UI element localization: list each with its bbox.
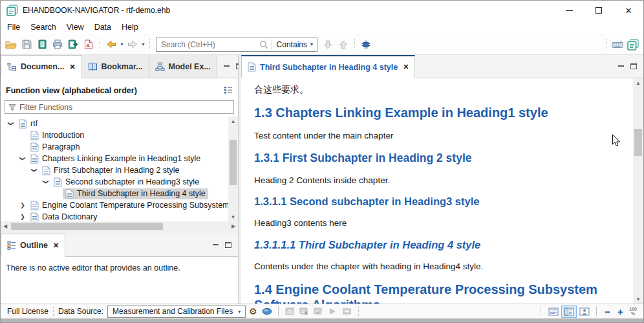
window-close-button[interactable]: ✕	[614, 1, 643, 20]
data-source-connect-button[interactable]	[260, 306, 274, 318]
data-source-gem-icon	[262, 307, 272, 315]
tree-item[interactable]: ❯ rtf	[1, 118, 228, 129]
zoom-in-button[interactable]: +	[614, 306, 627, 317]
tab-model-ex-[interactable]: Model Ex...	[149, 55, 217, 78]
filter-functions-input[interactable]	[19, 103, 230, 112]
tree-item[interactable]: ❯ Engine Coolant Temperature Processing …	[1, 199, 228, 211]
tab-editor-document[interactable]: Third Subchapter in Heading 4 style ✕	[241, 55, 415, 78]
chevron-collapsed-icon[interactable]: ❯	[17, 202, 28, 208]
outline-message: There is no active editor that provides …	[1, 257, 238, 279]
navigate-forward-button[interactable]	[125, 37, 140, 52]
view-menu-icon[interactable]	[224, 85, 233, 96]
maximize-icon	[596, 7, 602, 14]
search-mode-dropdown[interactable]: Contains ▾	[275, 40, 314, 49]
export-pdf-button[interactable]: A	[81, 37, 96, 52]
window-title: EHANDBOOK-NAVIGATOR - rtf-demo.ehb	[23, 6, 170, 15]
app-logo-icon	[6, 5, 18, 16]
minimize-panel-button[interactable]	[224, 65, 230, 67]
close-tab-icon[interactable]: ✕	[403, 63, 409, 71]
zoom-out-button[interactable]: −	[601, 306, 614, 317]
close-tab-icon[interactable]: ✕	[69, 63, 75, 71]
forward-history-dropdown[interactable]: ▾	[140, 41, 146, 47]
chip-filter-icon	[361, 39, 371, 50]
split-view-button[interactable]	[561, 306, 577, 318]
scroll-up-icon[interactable]: ▲	[231, 117, 236, 126]
tree-item[interactable]: ❯ Second subchapter in Heading3 style	[1, 176, 228, 188]
tab-label: Third Subchapter in Heading 4 style	[260, 63, 398, 72]
tab-bookmar-[interactable]: Bookmar...	[82, 55, 149, 78]
minimize-panel-button[interactable]	[213, 244, 219, 246]
scroll-down-icon[interactable]: ▼	[231, 212, 236, 221]
data-source-settings-button[interactable]: ⚙	[246, 306, 260, 318]
data-source-dropdown[interactable]: Measurement and Calibration Files ▾	[107, 306, 246, 318]
measurement-remove-button[interactable]	[297, 306, 311, 318]
scroll-right-icon[interactable]: ▶	[229, 223, 238, 229]
tree-item-label: Chapters Linking Example in Heading1 sty…	[42, 154, 200, 163]
gear-icon: ⚙	[249, 306, 257, 317]
tree-item[interactable]: Paragraph	[1, 141, 228, 153]
minimize-panel-button[interactable]	[618, 65, 624, 67]
start-measurement-button[interactable]	[325, 306, 339, 318]
tab-outline[interactable]: Outline ✕	[1, 234, 65, 257]
configure-search-button[interactable]	[358, 37, 374, 52]
document-icon	[19, 119, 27, 129]
measurement-add-button[interactable]	[283, 306, 297, 318]
save-button[interactable]	[19, 37, 34, 52]
tree-item[interactable]: Third Subchapter in Heading 4 style	[1, 188, 228, 199]
window-bottom-edge	[1, 318, 643, 322]
document-icon	[30, 212, 39, 222]
open-file-button[interactable]	[3, 37, 19, 52]
chevron-collapsed-icon[interactable]: ❯	[17, 214, 28, 220]
scroll-down-icon[interactable]: ▼	[636, 295, 641, 304]
tree-item[interactable]: Introduction	[1, 129, 228, 141]
single-view-icon	[548, 307, 559, 316]
chevron-expanded-icon[interactable]: ❯	[31, 165, 38, 175]
search-input[interactable]	[161, 40, 259, 49]
tab-documen-[interactable]: Documen... ✕	[1, 55, 82, 78]
back-history-dropdown[interactable]: ▾	[119, 41, 125, 47]
tree-item[interactable]: ❯ First Subchapter in Heading 2 style	[1, 164, 228, 176]
filter-funnel-icon	[8, 104, 16, 111]
chevron-expanded-icon[interactable]: ❯	[8, 118, 14, 129]
search-next-button[interactable]	[320, 37, 336, 52]
menu-search[interactable]: Search	[25, 21, 61, 33]
keyboard-icon	[612, 40, 623, 49]
chevron-expanded-icon[interactable]: ❯	[43, 177, 49, 187]
tree-item[interactable]: ❯ Chapters Linking Example in Heading1 s…	[1, 153, 228, 164]
tree-vertical-scrollbar[interactable]: ▲ ▼	[228, 117, 238, 221]
measurement-config-button[interactable]	[311, 306, 325, 318]
export-handbook-button[interactable]	[65, 37, 81, 52]
menu-help[interactable]: Help	[116, 21, 144, 33]
menu-data[interactable]: Data	[89, 21, 116, 33]
window-maximize-button[interactable]	[584, 1, 614, 20]
single-view-button[interactable]	[546, 306, 561, 318]
content-paragraph: Heading 2 Contents inside chapter.	[254, 175, 624, 186]
scroll-up-icon[interactable]: ▲	[636, 78, 641, 87]
scroll-left-icon[interactable]: ◀	[1, 223, 10, 229]
user-view-button[interactable]	[577, 306, 592, 318]
maximize-panel-button[interactable]	[225, 242, 231, 248]
print-button[interactable]	[50, 37, 65, 52]
tree-horizontal-scrollbar[interactable]: ◀ ▶	[1, 221, 238, 231]
menu-file[interactable]: File	[2, 21, 25, 33]
editor-vertical-scrollbar[interactable]: ▲ ▼	[633, 78, 643, 304]
menu-bar: FileSearchViewDataHelp	[1, 20, 643, 34]
editor-panel: Third Subchapter in Heading 4 style ✕ 合这…	[241, 55, 643, 304]
data-source-value: Measurement and Calibration Files	[113, 307, 233, 316]
navigate-back-button[interactable]	[103, 37, 119, 52]
window-minimize-button[interactable]	[554, 1, 584, 20]
chevron-expanded-icon[interactable]: ❯	[19, 153, 26, 164]
export-book-icon	[68, 39, 78, 49]
document-content: 合这些要求。1.3 Chapters Linking Example in He…	[241, 78, 633, 304]
search-previous-button[interactable]	[336, 37, 351, 52]
menu-view[interactable]: View	[61, 21, 89, 33]
maximize-panel-button[interactable]	[630, 63, 637, 69]
tree-item[interactable]: ❯ Data Dictionary	[1, 211, 228, 221]
keyboard-shortcuts-button[interactable]	[610, 37, 625, 52]
tab-label: Bookmar...	[102, 62, 143, 71]
close-tab-icon[interactable]: ✕	[53, 241, 59, 250]
about-ehandbook-button[interactable]	[625, 37, 641, 52]
display-mode-button[interactable]	[339, 306, 354, 318]
open-handbook-button[interactable]	[34, 37, 50, 52]
navigator-tab-row: Documen... ✕ Bookmar... Model Ex...	[1, 55, 238, 78]
